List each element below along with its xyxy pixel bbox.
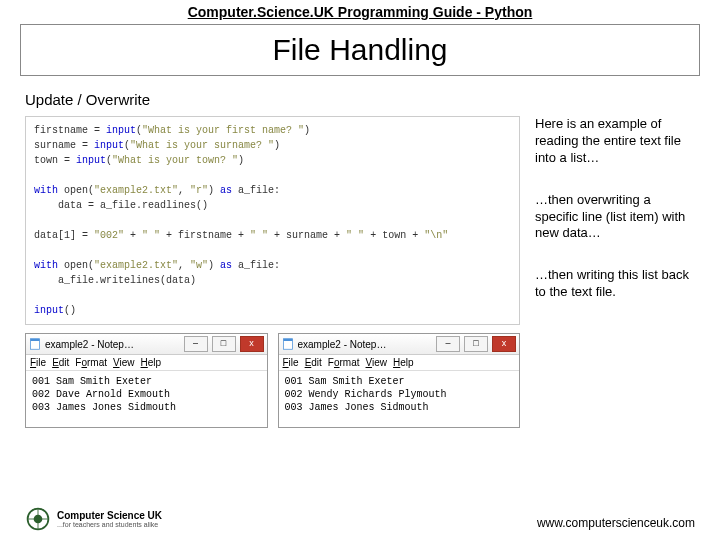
notepad-menu: FileEditFormatViewHelp (279, 355, 520, 371)
footer-url: www.computerscienceuk.com (537, 516, 695, 530)
menu-help[interactable]: Help (393, 357, 414, 368)
notepad-icon (282, 338, 294, 350)
notepad-title-text: example2 - Notep… (45, 339, 180, 350)
header-bar: Computer.Science.UK Programming Guide - … (0, 0, 720, 22)
menu-file[interactable]: File (283, 357, 299, 368)
content-area: firstname = input("What is your first na… (0, 116, 720, 428)
menu-view[interactable]: View (366, 357, 388, 368)
notepad-menu: FileEditFormatViewHelp (26, 355, 267, 371)
explain-p2: …then overwriting a specific line (list … (535, 192, 695, 243)
svg-rect-3 (283, 339, 292, 341)
menu-format[interactable]: Format (328, 357, 360, 368)
logo-text: Computer Science UK ...for teachers and … (57, 510, 162, 529)
notepad-content-after: 001 Sam Smith Exeter 002 Wendy Richards … (279, 371, 520, 427)
logo-line2: ...for teachers and students alike (57, 521, 162, 529)
left-column: firstname = input("What is your first na… (25, 116, 520, 428)
menu-format[interactable]: Format (75, 357, 107, 368)
menu-view[interactable]: View (113, 357, 135, 368)
notepad-after: example2 - Notep… – □ x FileEditFormatVi… (278, 333, 521, 428)
minimize-button[interactable]: – (436, 336, 460, 352)
logo-icon (25, 506, 51, 532)
notepad-icon (29, 338, 41, 350)
explain-p3: …then writing this list back to the text… (535, 267, 695, 301)
notepad-titlebar: example2 - Notep… – □ x (26, 334, 267, 355)
logo-line1: Computer Science UK (57, 510, 162, 521)
close-button[interactable]: x (240, 336, 264, 352)
code-example: firstname = input("What is your first na… (25, 116, 520, 325)
section-heading: Update / Overwrite (0, 86, 720, 116)
menu-edit[interactable]: Edit (52, 357, 69, 368)
page-title: File Handling (20, 24, 700, 76)
notepad-title-text: example2 - Notep… (298, 339, 433, 350)
maximize-button[interactable]: □ (212, 336, 236, 352)
menu-edit[interactable]: Edit (305, 357, 322, 368)
maximize-button[interactable]: □ (464, 336, 488, 352)
notepad-content-before: 001 Sam Smith Exeter 002 Dave Arnold Exm… (26, 371, 267, 427)
explain-p1: Here is an example of reading the entire… (535, 116, 695, 167)
svg-rect-1 (31, 339, 40, 341)
close-button[interactable]: x (492, 336, 516, 352)
notepad-before: example2 - Notep… – □ x FileEditFormatVi… (25, 333, 268, 428)
notepad-titlebar: example2 - Notep… – □ x (279, 334, 520, 355)
menu-file[interactable]: File (30, 357, 46, 368)
right-column: Here is an example of reading the entire… (535, 116, 695, 428)
menu-help[interactable]: Help (141, 357, 162, 368)
logo-area: Computer Science UK ...for teachers and … (25, 506, 162, 532)
notepad-row: example2 - Notep… – □ x FileEditFormatVi… (25, 333, 520, 428)
minimize-button[interactable]: – (184, 336, 208, 352)
